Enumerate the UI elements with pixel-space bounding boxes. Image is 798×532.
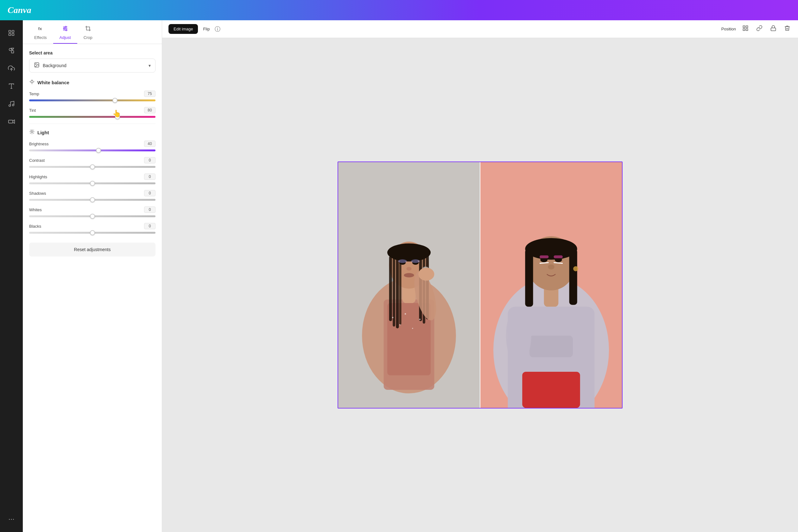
svg-line-38: [30, 133, 31, 134]
whites-slider-thumb[interactable]: [90, 214, 95, 219]
contrast-slider[interactable]: [29, 166, 155, 168]
svg-rect-80: [525, 249, 533, 307]
section-divider-1: [29, 124, 155, 124]
sidebar-item-text[interactable]: [4, 78, 19, 94]
svg-marker-13: [13, 120, 15, 124]
svg-point-89: [573, 266, 578, 271]
position-label[interactable]: Position: [721, 26, 736, 31]
tab-crop-label: Crop: [83, 35, 93, 40]
reset-adjustments-button[interactable]: Reset adjustments: [29, 243, 155, 256]
sidebar-item-video[interactable]: [4, 114, 19, 129]
canvas-wrapper[interactable]: [338, 162, 623, 408]
svg-point-64: [404, 273, 414, 278]
tint-value[interactable]: 80: [144, 107, 155, 113]
highlights-slider[interactable]: [29, 183, 155, 184]
svg-point-31: [31, 131, 33, 133]
tab-bar: fx Effects Adjust: [23, 20, 162, 44]
blacks-slider-row: Blacks 0: [29, 223, 155, 234]
tab-effects[interactable]: fx Effects: [28, 20, 53, 44]
svg-rect-44: [771, 28, 776, 31]
top-toolbar: Edit image Flip ⓘ Position: [162, 20, 798, 38]
delete-icon[interactable]: [783, 24, 792, 34]
svg-marker-6: [12, 48, 14, 50]
white-balance-title: White balance: [37, 80, 69, 85]
contrast-label: Contrast: [29, 158, 45, 163]
whites-label: Whites: [29, 207, 42, 212]
brightness-slider-row: Brightness 40: [29, 140, 155, 151]
icon-bar: [0, 20, 23, 532]
shadows-label: Shadows: [29, 191, 46, 196]
tab-adjust[interactable]: Adjust: [53, 20, 77, 44]
svg-point-62: [411, 259, 420, 263]
sidebar-item-dashboard[interactable]: [4, 25, 19, 40]
svg-rect-12: [8, 120, 13, 123]
shadows-value[interactable]: 0: [144, 190, 155, 196]
contrast-slider-row: Contrast 0: [29, 157, 155, 168]
brightness-slider-thumb[interactable]: [96, 148, 101, 153]
svg-rect-76: [530, 336, 573, 357]
brightness-slider[interactable]: [29, 150, 155, 151]
svg-rect-86: [539, 255, 549, 258]
svg-point-71: [412, 328, 413, 329]
svg-point-11: [12, 104, 14, 106]
blacks-slider-thumb[interactable]: [90, 230, 95, 235]
sidebar-item-upload[interactable]: [4, 61, 19, 76]
temp-slider-row: Temp 75: [29, 91, 155, 101]
sidebar-item-more[interactable]: [4, 512, 19, 527]
adjust-icon: [62, 25, 69, 33]
blacks-value[interactable]: 0: [144, 223, 155, 229]
temp-value[interactable]: 75: [144, 91, 155, 97]
photo-left: [338, 162, 480, 408]
white-balance-icon: [29, 79, 35, 86]
svg-point-63: [406, 267, 412, 270]
sidebar-item-elements[interactable]: [4, 43, 19, 58]
light-section-header: Light: [29, 129, 155, 136]
edit-image-button[interactable]: Edit image: [169, 24, 198, 34]
blacks-slider[interactable]: [29, 232, 155, 234]
highlights-slider-row: Highlights 0: [29, 173, 155, 184]
svg-rect-52: [393, 254, 395, 326]
link-icon[interactable]: [755, 24, 764, 34]
contrast-slider-thumb[interactable]: [90, 164, 95, 169]
svg-line-34: [30, 130, 31, 131]
tint-label: Tint: [29, 108, 36, 113]
flip-button[interactable]: Flip: [203, 26, 210, 31]
temp-label: Temp: [29, 92, 39, 96]
highlights-slider-thumb[interactable]: [90, 181, 95, 186]
svg-point-21: [65, 26, 66, 27]
svg-rect-0: [9, 31, 11, 32]
temp-slider-thumb[interactable]: [112, 98, 117, 103]
svg-point-90: [506, 306, 531, 364]
brightness-value[interactable]: 40: [144, 140, 155, 147]
whites-slider[interactable]: [29, 215, 155, 217]
info-icon[interactable]: ⓘ: [215, 25, 221, 33]
adjust-panel: fx Effects Adjust: [23, 20, 162, 532]
svg-point-16: [13, 519, 14, 520]
grid-icon[interactable]: [741, 24, 750, 34]
svg-point-70: [405, 313, 406, 315]
effects-icon: fx: [37, 25, 44, 33]
tab-crop[interactable]: Crop: [77, 20, 99, 44]
brightness-label: Brightness: [29, 141, 49, 146]
svg-point-67: [418, 268, 434, 281]
svg-rect-53: [396, 252, 399, 328]
whites-value[interactable]: 0: [144, 207, 155, 213]
shadows-slider-thumb[interactable]: [90, 197, 95, 202]
svg-rect-87: [553, 255, 563, 258]
highlights-value[interactable]: 0: [144, 173, 155, 180]
svg-line-39: [33, 130, 34, 131]
svg-rect-5: [12, 51, 14, 53]
tint-slider[interactable]: 👆: [29, 116, 155, 118]
svg-rect-1: [12, 31, 14, 32]
contrast-value[interactable]: 0: [144, 157, 155, 164]
sidebar-item-music[interactable]: [4, 96, 19, 112]
svg-rect-91: [522, 372, 580, 408]
shadows-slider[interactable]: [29, 199, 155, 201]
tint-slider-thumb[interactable]: [115, 114, 120, 119]
svg-point-22: [63, 28, 64, 29]
area-dropdown[interactable]: Background ▾: [29, 59, 155, 73]
svg-rect-3: [12, 34, 14, 36]
tint-slider-row: Tint 80 👆: [29, 107, 155, 118]
temp-slider[interactable]: [29, 99, 155, 101]
lock-icon[interactable]: [769, 24, 778, 34]
